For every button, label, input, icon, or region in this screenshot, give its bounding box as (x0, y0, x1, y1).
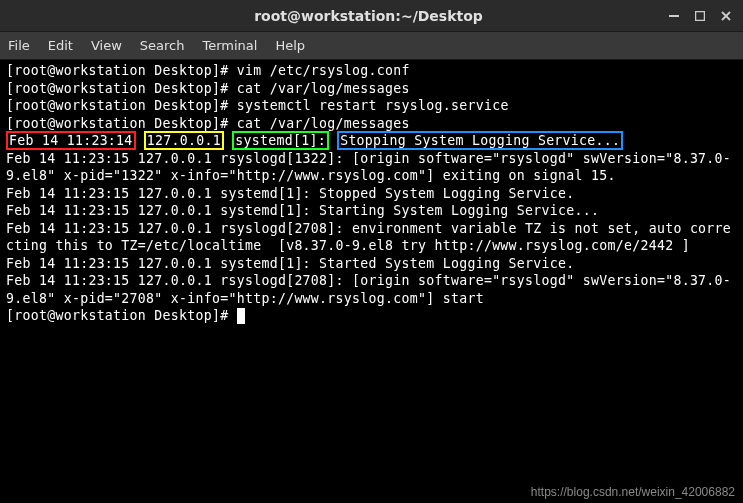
prompt: [root@workstation Desktop]# (6, 63, 237, 78)
log-line: Feb 14 11:23:15 127.0.0.1 rsyslogd[2708]… (6, 221, 731, 254)
menu-view[interactable]: View (91, 38, 122, 53)
svg-rect-1 (696, 11, 705, 20)
prompt: [root@workstation Desktop]# (6, 116, 237, 131)
cursor (237, 308, 245, 324)
command-text: cat /var/log/messages (237, 81, 410, 96)
highlight-process: systemd[1]: (232, 131, 329, 150)
watermark: https://blog.csdn.net/weixin_42006882 (531, 485, 735, 499)
prompt: [root@workstation Desktop]# (6, 308, 237, 323)
prompt: [root@workstation Desktop]# (6, 98, 237, 113)
command-text: cat /var/log/messages (237, 116, 410, 131)
menu-file[interactable]: File (8, 38, 30, 53)
menu-edit[interactable]: Edit (48, 38, 73, 53)
log-line: Feb 14 11:23:15 127.0.0.1 systemd[1]: St… (6, 186, 575, 201)
terminal-area[interactable]: [root@workstation Desktop]# vim /etc/rsy… (0, 60, 743, 503)
window-titlebar: root@workstation:~/Desktop (0, 0, 743, 32)
menu-help[interactable]: Help (275, 38, 305, 53)
log-line: Feb 14 11:23:15 127.0.0.1 rsyslogd[2708]… (6, 273, 731, 306)
log-line: Feb 14 11:23:15 127.0.0.1 rsyslogd[1322]… (6, 151, 731, 184)
highlight-message: Stopping System Logging Service... (337, 131, 623, 150)
highlight-timestamp: Feb 14 11:23:14 (6, 131, 136, 150)
log-line: Feb 14 11:23:15 127.0.0.1 systemd[1]: St… (6, 203, 599, 218)
close-button[interactable] (719, 9, 733, 23)
menubar: File Edit View Search Terminal Help (0, 32, 743, 60)
log-line: Feb 14 11:23:15 127.0.0.1 systemd[1]: St… (6, 256, 575, 271)
maximize-button[interactable] (693, 9, 707, 23)
menu-search[interactable]: Search (140, 38, 185, 53)
minimize-button[interactable] (667, 9, 681, 23)
highlight-host: 127.0.0.1 (144, 131, 224, 150)
command-text: vim /etc/rsyslog.conf (237, 63, 410, 78)
window-title: root@workstation:~/Desktop (70, 8, 667, 24)
svg-rect-0 (669, 15, 679, 17)
prompt: [root@workstation Desktop]# (6, 81, 237, 96)
window-controls (667, 9, 733, 23)
menu-terminal[interactable]: Terminal (202, 38, 257, 53)
command-text: systemctl restart rsyslog.service (237, 98, 509, 113)
